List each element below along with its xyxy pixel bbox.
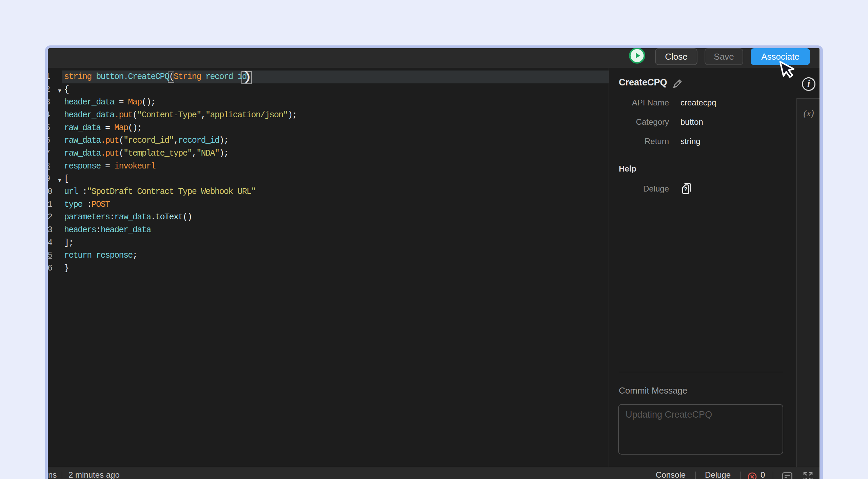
svg-text:?: ? [684,186,687,192]
svg-text:i: i [807,78,810,89]
